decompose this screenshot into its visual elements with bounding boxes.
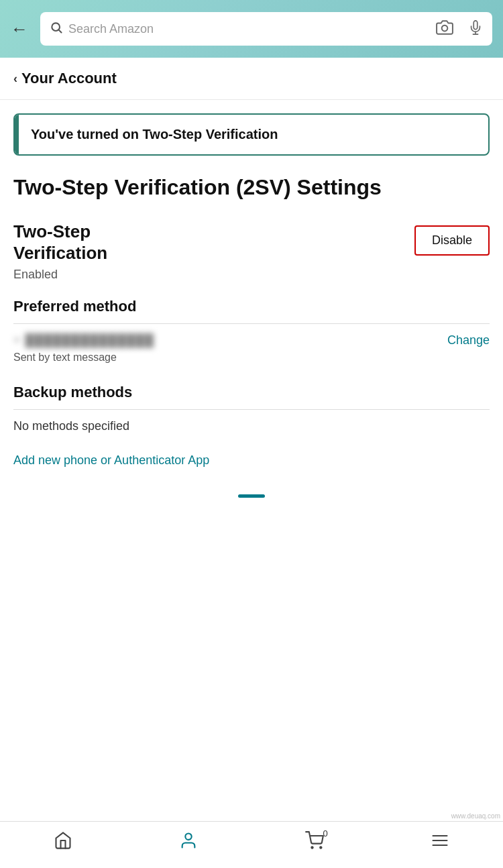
tsv-title: Two-StepVerification [13, 221, 414, 263]
svg-point-5 [186, 834, 192, 840]
cart-icon [305, 831, 324, 855]
method-row: + ██████████████ Change [13, 333, 490, 347]
svg-point-6 [311, 847, 313, 848]
svg-line-1 [59, 30, 62, 32]
mic-icon[interactable] [468, 19, 483, 39]
home-icon [54, 831, 72, 855]
svg-point-7 [320, 847, 321, 848]
banner-text: You've turned on Two-Step Verification [28, 127, 278, 142]
camera-icon[interactable] [436, 19, 453, 39]
breadcrumb-chevron-icon: ‹ [13, 72, 17, 86]
account-icon [179, 831, 198, 855]
breadcrumb[interactable]: ‹ Your Account [0, 58, 503, 100]
search-bar[interactable]: Search Amazon [40, 12, 492, 46]
no-methods-text: No methods specified [13, 419, 490, 433]
add-phone-link[interactable]: Add new phone or Authenticator App [13, 453, 490, 468]
cart-count: 0 [323, 828, 328, 838]
nav-account[interactable] [179, 831, 198, 855]
app-header: ← Search Amazon [0, 0, 503, 58]
preferred-method-section: Preferred method + ██████████████ Change… [13, 298, 490, 364]
method-description: Sent by text message [13, 351, 490, 364]
page-title: Two-Step Verification (2SV) Settings [13, 174, 490, 200]
preferred-method-heading: Preferred method [13, 298, 490, 315]
menu-icon [431, 831, 449, 855]
backup-methods-heading: Backup methods [13, 384, 490, 401]
nav-menu[interactable] [431, 831, 449, 855]
search-icon [50, 21, 63, 38]
success-banner: You've turned on Two-Step Verification [13, 113, 490, 156]
scroll-indicator [13, 488, 490, 565]
bottom-navigation: 0 [0, 821, 503, 868]
nav-cart[interactable]: 0 [305, 831, 324, 855]
svg-point-2 [442, 25, 448, 32]
search-placeholder: Search Amazon [68, 22, 431, 36]
tsv-toggle-row: Two-StepVerification Enabled Disable [13, 221, 490, 281]
tsv-status: Enabled [13, 268, 414, 282]
header-action-icons [436, 19, 483, 39]
change-link[interactable]: Change [447, 333, 490, 347]
disable-button[interactable]: Disable [414, 225, 490, 256]
watermark: www.deuaq.com [451, 812, 500, 820]
phone-number: + ██████████████ [13, 333, 154, 347]
nav-home[interactable] [54, 831, 72, 855]
backup-methods-section: Backup methods No methods specified [13, 384, 490, 433]
tsv-info: Two-StepVerification Enabled [13, 221, 414, 281]
back-button[interactable]: ← [11, 19, 32, 40]
divider-1 [13, 323, 490, 324]
breadcrumb-label: Your Account [21, 70, 117, 87]
scroll-dot [238, 494, 265, 498]
main-content: You've turned on Two-Step Verification T… [0, 100, 503, 565]
divider-2 [13, 409, 490, 410]
